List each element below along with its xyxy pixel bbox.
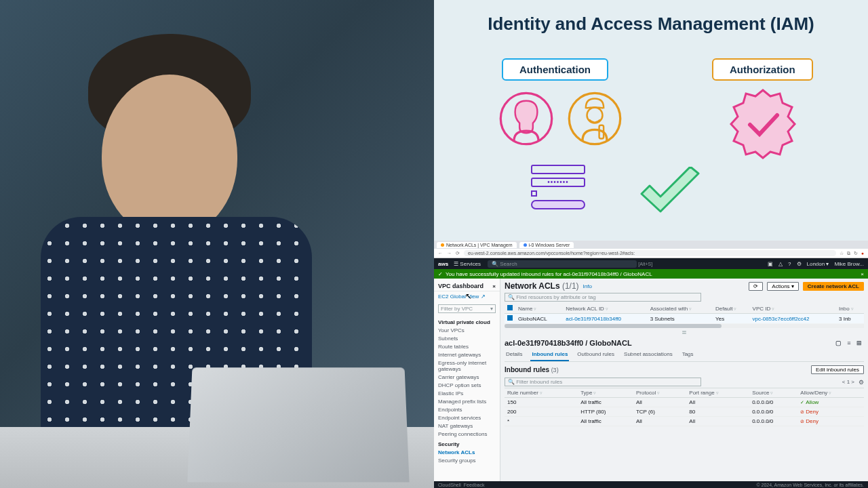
resize-handle[interactable]: 〓 bbox=[505, 328, 864, 337]
sidebar-item[interactable]: Peering connections bbox=[434, 430, 500, 438]
browser-tab[interactable]: Network ACLs | VPC Managem bbox=[437, 242, 517, 248]
console-footer: CloudShell Feedback © 2024, Amazon Web S… bbox=[434, 481, 868, 488]
tab-inbound-rules[interactable]: Inbound rules bbox=[530, 349, 569, 361]
browser-tab[interactable]: i-0 Windows Server bbox=[519, 242, 574, 248]
extensions-icon[interactable]: ↻ bbox=[854, 251, 858, 256]
authentication-pill: Authentication bbox=[502, 58, 608, 81]
sidebar-item[interactable]: NAT gateways bbox=[434, 422, 500, 430]
cloudshell-icon[interactable]: ▣ bbox=[768, 261, 773, 267]
page-heading: Network ACLs (1/1) bbox=[505, 281, 579, 291]
tab-subnet-associations[interactable]: Subnet associations bbox=[623, 349, 674, 361]
sidebar-item[interactable]: Security groups bbox=[434, 456, 500, 464]
col-header[interactable]: VPC ID bbox=[750, 304, 836, 314]
sidebar-item[interactable]: DHCP option sets bbox=[434, 381, 500, 389]
close-icon[interactable]: × bbox=[861, 271, 864, 277]
select-all-checkbox[interactable] bbox=[505, 304, 515, 314]
table-row[interactable]: GloboNACL acl-0e31f970418b34ff0 3 Subnet… bbox=[505, 314, 864, 324]
col-header[interactable]: Source bbox=[749, 388, 797, 398]
tab-outbound-rules[interactable]: Outbound rules bbox=[576, 349, 616, 361]
photo-shape bbox=[102, 75, 237, 237]
rules-heading: Inbound rules bbox=[505, 366, 549, 373]
sidebar-item[interactable]: Carrier gateways bbox=[434, 373, 500, 381]
reload-icon[interactable]: ⟳ bbox=[456, 251, 460, 256]
table-row: 200HTTP (80)TCP (6)800.0.0.0/0Deny bbox=[505, 407, 864, 417]
vpc-sidebar: VPC dashboard× EC2 Global View Filter by… bbox=[434, 279, 500, 481]
refresh-button[interactable]: ⟳ bbox=[749, 282, 763, 291]
detail-tabs: Details Inbound rules Outbound rules Sub… bbox=[505, 349, 864, 362]
sidebar-item-network-acls[interactable]: Network ACLs bbox=[434, 448, 500, 456]
col-header[interactable]: Rule number bbox=[505, 388, 578, 398]
checkmark-large-icon bbox=[637, 167, 703, 220]
feedback-link[interactable]: Feedback bbox=[464, 483, 485, 487]
success-banner: ✓ You have successfully updated inbound … bbox=[434, 269, 868, 279]
col-header[interactable]: Network ACL ID bbox=[563, 304, 647, 314]
row-checkbox[interactable] bbox=[505, 314, 515, 324]
extensions-icon[interactable]: ⧉ bbox=[847, 251, 850, 256]
detail-heading: acl-0e31f970418b34ff0 / GloboNACL bbox=[505, 339, 632, 347]
acl-id-link[interactable]: acl-0e31f970418b34ff0 bbox=[563, 314, 647, 324]
ec2-global-view-link[interactable]: EC2 Global View bbox=[434, 291, 500, 302]
user-male-icon bbox=[567, 91, 623, 146]
hero-photo bbox=[0, 0, 434, 488]
sidebar-item[interactable]: Subnets bbox=[434, 334, 500, 342]
banner-text: You have successfully updated inbound ru… bbox=[446, 271, 652, 277]
create-nacl-button[interactable]: Create network ACL bbox=[803, 282, 864, 291]
vpc-id-link[interactable]: vpc-0853c7ecc6ff2cc42 bbox=[750, 314, 836, 324]
tab-tags[interactable]: Tags bbox=[681, 349, 695, 361]
sidebar-item[interactable]: Elastic IPs bbox=[434, 389, 500, 397]
col-header[interactable]: Protocol bbox=[633, 388, 686, 398]
browser-tab-strip: Network ACLs | VPC Managem i-0 Windows S… bbox=[434, 241, 868, 249]
forward-icon[interactable]: → bbox=[447, 251, 452, 256]
main-panel: Network ACLs (1/1) Info ⟳ Actions ▾ Crea… bbox=[500, 279, 868, 481]
cloudshell-link[interactable]: CloudShell bbox=[438, 483, 461, 487]
help-icon[interactable]: ? bbox=[788, 261, 791, 267]
sidebar-item[interactable]: Your VPCs bbox=[434, 326, 500, 334]
rules-pager[interactable]: < 1 > bbox=[842, 379, 854, 385]
notifications-icon[interactable]: △ bbox=[778, 261, 783, 267]
col-header[interactable]: Allow/Deny bbox=[797, 388, 864, 398]
col-header[interactable]: Inbo bbox=[836, 304, 864, 314]
back-icon[interactable]: ← bbox=[438, 251, 443, 256]
aws-global-nav: aws ☰ Services 🔍 Search [Alt+S] ▣ △ ? ⚙ … bbox=[434, 258, 868, 269]
region-selector[interactable]: London ▾ bbox=[807, 261, 829, 267]
col-header[interactable]: Associated with bbox=[648, 304, 713, 314]
col-header[interactable]: Name bbox=[515, 304, 563, 314]
extensions-icon[interactable]: ☆ bbox=[840, 251, 844, 256]
sidebar-item[interactable]: Internet gateways bbox=[434, 350, 500, 359]
table-row: *All trafficAllAll0.0.0.0/0Deny bbox=[505, 417, 864, 426]
aws-console: Network ACLs | VPC Managem i-0 Windows S… bbox=[434, 241, 868, 488]
info-link[interactable]: Info bbox=[583, 283, 592, 289]
global-search-input[interactable]: 🔍 Search bbox=[488, 260, 637, 268]
edit-inbound-rules-button[interactable]: Edit inbound rules bbox=[811, 365, 864, 374]
col-header[interactable]: Type bbox=[578, 388, 633, 398]
authorization-pill: Authorization bbox=[712, 58, 813, 81]
account-menu[interactable]: Mike Brow... bbox=[834, 261, 864, 267]
iam-diagram: Identity and Access Management (IAM) Aut… bbox=[434, 0, 868, 241]
svg-point-1 bbox=[569, 93, 620, 144]
sidebar-item[interactable]: Endpoints bbox=[434, 405, 500, 413]
approval-seal-icon bbox=[726, 87, 800, 161]
find-resources-input[interactable]: Find resources by attribute or tag bbox=[505, 293, 701, 302]
col-header[interactable]: Port range bbox=[686, 388, 749, 398]
filter-by-vpc-select[interactable]: Filter by VPC bbox=[438, 304, 496, 313]
sidebar-item[interactable]: Egress-only internet gateways bbox=[434, 359, 500, 373]
settings-icon[interactable]: ⚙ bbox=[797, 261, 802, 267]
tab-details[interactable]: Details bbox=[505, 349, 524, 361]
services-menu[interactable]: ☰ Services bbox=[454, 261, 481, 267]
view-mode-icons[interactable]: ▢ ≡ ⊞ bbox=[835, 340, 864, 346]
sidebar-title[interactable]: VPC dashboard× bbox=[434, 281, 500, 291]
settings-icon[interactable]: ⚙ bbox=[859, 379, 864, 386]
sidebar-item[interactable]: Route tables bbox=[434, 342, 500, 350]
col-header[interactable]: Default bbox=[713, 304, 750, 314]
copyright-text: © 2024, Amazon Web Services, Inc. or its… bbox=[756, 483, 864, 487]
profile-icon[interactable]: ● bbox=[861, 251, 864, 256]
filter-rules-input[interactable]: Filter inbound rules bbox=[505, 378, 701, 386]
login-form-icon bbox=[531, 161, 585, 209]
inbound-rules-table: Rule number Type Protocol Port range Sou… bbox=[505, 388, 864, 426]
address-input[interactable]: eu-west-2.console.aws.amazon.com/vpccons… bbox=[464, 250, 836, 256]
aws-logo-icon[interactable]: aws bbox=[438, 261, 448, 267]
browser-url-bar: ← → ⟳ eu-west-2.console.aws.amazon.com/v… bbox=[434, 249, 868, 258]
sidebar-item[interactable]: Managed prefix lists bbox=[434, 397, 500, 405]
actions-button[interactable]: Actions ▾ bbox=[767, 282, 798, 291]
sidebar-item[interactable]: Endpoint services bbox=[434, 413, 500, 422]
